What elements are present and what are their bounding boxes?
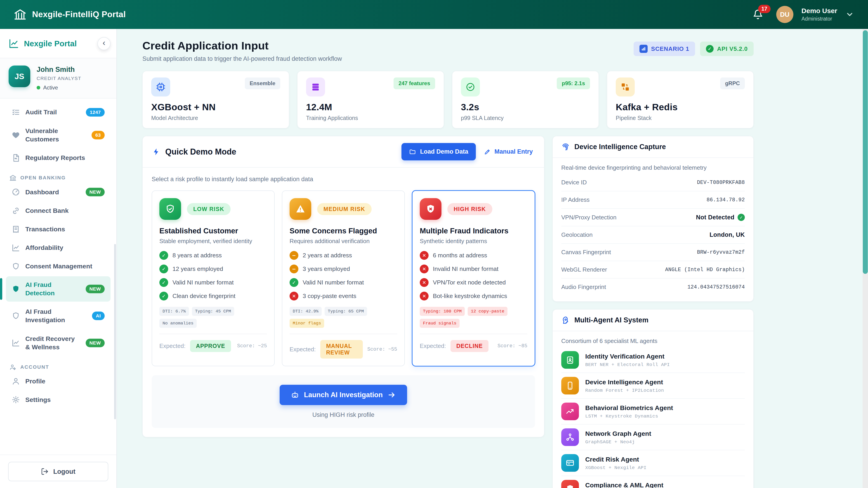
page-scrollbar-thumb[interactable] [863, 30, 868, 274]
sidebar-item-audit-trail[interactable]: Audit Trail 1247 [6, 104, 111, 121]
risk-profile-high[interactable]: HIGH RISK Multiple Fraud Indicators Synt… [412, 191, 535, 366]
main-content: Credit Application Input Submit applicat… [117, 29, 868, 488]
cpu-icon [151, 77, 170, 96]
device-row-device-id: Device ID DEV-T080PRKFAB8 [561, 174, 745, 191]
gear-icon [12, 396, 20, 404]
device-row-canvas-fingerprint: Canvas Fingerprint BRW-r6yvvaz7m2f [561, 244, 745, 261]
webgl-renderer-value: ANGLE (Intel HD Graphics) [665, 267, 745, 273]
sidebar-collapse-button[interactable]: ‹ [97, 37, 111, 50]
risk-profile-low[interactable]: LOW RISK Established Customer Stable emp… [152, 191, 275, 366]
sidebar-item-transactions[interactable]: Transactions [6, 221, 111, 238]
sidebar-item-ai-fraud-detection[interactable]: AI Fraud Detection NEW [6, 276, 111, 302]
profile-footer: Expected: DECLINE Score: ~85 [420, 334, 527, 352]
sidebar-item-label: Affordability [25, 243, 105, 252]
list-item: ✕Invalid NI number format [420, 265, 527, 273]
stat-badge: Ensemble [245, 77, 280, 89]
sidebar-item-label: AI Fraud Investigation [25, 307, 87, 324]
count-badge: 63 [92, 131, 105, 139]
sidebar-item-credit-recovery-wellness[interactable]: Credit Recovery & Wellness NEW [6, 330, 111, 356]
stat-card-latency: p95: 2.1s 3.2s p99 SLA Latency [452, 71, 599, 128]
verdict-badge: DECLINE [451, 340, 489, 352]
device-row-webgl-renderer: WebGL Renderer ANGLE (Intel HD Graphics) [561, 261, 745, 279]
expected-label: Expected: [289, 346, 316, 353]
sidebar-user-card: JS John Smith CREDIT ANALYST Active [0, 58, 116, 98]
stat-value: XGBoost + NN [151, 102, 280, 112]
canvas-fingerprint-value: BRW-r6yvvaz7m2f [697, 250, 745, 255]
audio-fingerprint-value: 124.04347527516074 [687, 284, 745, 290]
status-label: Active [43, 85, 58, 91]
trending-up-icon [561, 402, 579, 420]
list-item: −2 years at address [289, 251, 397, 260]
notification-count-badge: 17 [758, 5, 771, 13]
sidebar-item-label: Consent Management [25, 262, 105, 270]
sidebar-item-label: Settings [25, 396, 105, 404]
stat-value: 12.4M [306, 102, 435, 112]
sidebar-item-label: AI Fraud Detection [25, 281, 80, 297]
profile-checklist: ✓8 years at address ✓12 years employed ✓… [159, 251, 267, 300]
profile-checklist: ✕6 months at address ✕Invalid NI number … [420, 251, 527, 300]
sidebar-item-profile[interactable]: Profile [6, 373, 111, 390]
stat-label: Model Architecture [151, 115, 280, 121]
page-title: Credit Application Input [143, 39, 342, 52]
sidebar-item-settings[interactable]: Settings [6, 391, 111, 408]
sidebar-item-dashboard[interactable]: Dashboard NEW [6, 184, 111, 201]
sidebar-scrollbar[interactable] [114, 244, 116, 419]
sidebar-item-ai-fraud-investigation[interactable]: AI Fraud Investigation AI [6, 303, 111, 328]
manual-entry-button[interactable]: Manual Entry [482, 143, 535, 160]
sidebar-user-info: John Smith CREDIT ANALYST Active [37, 66, 81, 91]
sidebar-item-affordability[interactable]: Affordability [6, 239, 111, 256]
profile-footer: Expected: APPROVE Score: ~25 [159, 334, 267, 352]
metric-tag: Typing: 180 CPM [420, 307, 465, 316]
ip-address-value: 86.134.78.92 [707, 197, 745, 203]
risk-level-pill: MEDIUM RISK [317, 203, 372, 215]
device-row-ip-address: IP Address 86.134.78.92 [561, 191, 745, 209]
sidebar-item-vulnerable-customers[interactable]: Vulnerable Customers 63 [6, 123, 111, 148]
stat-card-pipeline: gRPC Kafka + Redis Pipeline Stack [607, 71, 754, 128]
user-avatar[interactable]: DU [776, 6, 794, 23]
logout-button[interactable]: Logout [8, 462, 108, 481]
sidebar-user-name: John Smith [37, 66, 81, 74]
device-intelligence-panel: Device Intelligence Capture Real-time de… [553, 136, 754, 302]
sidebar-item-consent-management[interactable]: Consent Management [6, 258, 111, 275]
sidebar-item-label: Credit Recovery & Wellness [25, 335, 80, 351]
score-label: Score: ~25 [237, 343, 267, 349]
score-label: Score: ~85 [498, 343, 527, 349]
profile-tags: DTI: 42.9% Typing: 65 CPM Minor flags [289, 307, 397, 328]
section-label: ACCOUNT [20, 364, 49, 370]
load-demo-data-button[interactable]: Load Demo Data [401, 143, 476, 160]
risk-profile-medium[interactable]: MEDIUM RISK Some Concerns Flagged Requir… [282, 191, 405, 366]
smartphone-icon [561, 377, 579, 394]
launch-ai-investigation-button[interactable]: Launch AI Investigation [280, 385, 407, 405]
check-circle-icon: ✓ [159, 251, 168, 260]
shield-check-icon [159, 198, 181, 220]
list-item: ✓8 years at address [159, 251, 267, 260]
minus-circle-icon: − [289, 251, 298, 260]
link-icon [12, 207, 20, 215]
count-badge: 1247 [86, 108, 105, 117]
gauge-icon [12, 188, 20, 196]
user-meta: Demo User Administrator [802, 7, 837, 22]
notifications-button[interactable]: 17 [753, 9, 763, 20]
list-item: ✓Valid NI number format [289, 278, 397, 287]
device-panel-title: Device Intelligence Capture [575, 143, 666, 151]
list-item: −3 years employed [289, 265, 397, 273]
checklist-icon [12, 108, 20, 116]
page-scrollbar-track[interactable] [863, 29, 868, 488]
sidebar-item-regulatory-reports[interactable]: Regulatory Reports [6, 149, 111, 166]
agent-credit-risk: Credit Risk Agent XGBoost + Nexgile API [561, 450, 745, 476]
x-circle-icon: ✕ [420, 278, 429, 287]
vpn-detection-value: Not Detected [696, 214, 735, 221]
heart-icon [12, 131, 20, 139]
minus-circle-icon: − [289, 265, 298, 273]
sidebar-item-connect-bank[interactable]: Connect Bank [6, 202, 111, 219]
agent-identity-verification: Identity Verification Agent BERT NER + E… [561, 347, 745, 373]
expected-label: Expected: [420, 343, 446, 350]
risk-level-pill: LOW RISK [187, 203, 230, 215]
stat-card-model: Ensemble XGBoost + NN Model Architecture [143, 71, 289, 128]
chevron-down-icon[interactable] [845, 10, 854, 19]
receipt-icon [12, 225, 20, 233]
new-badge: NEW [86, 188, 105, 196]
list-item: ✓Clean device fingerprint [159, 292, 267, 300]
shield-x-icon [420, 198, 441, 220]
api-version-badge: ✓ API V5.2.0 [700, 41, 754, 56]
